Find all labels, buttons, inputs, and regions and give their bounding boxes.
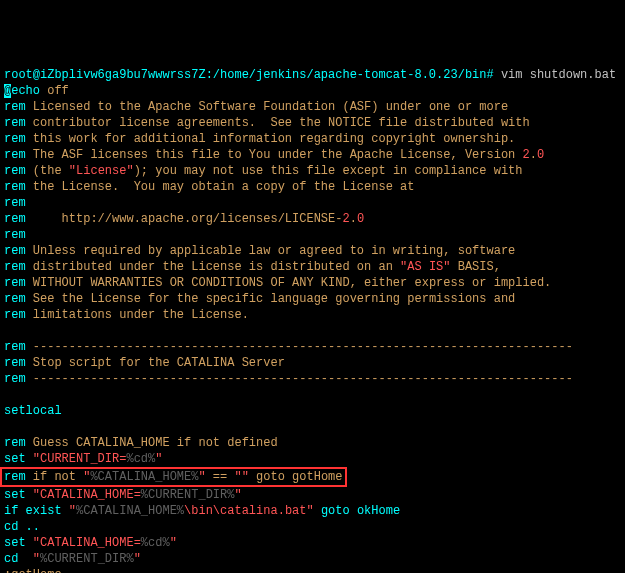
code-line: The ASF licenses this file to You under … <box>26 148 523 162</box>
code-line: rem <box>4 212 26 226</box>
terminal-output[interactable]: root@iZbplivw6ga9bu7wwwrss7Z:/home/jenki… <box>4 67 621 573</box>
code-line: "AS IS" <box>400 260 450 274</box>
code-line: "CATALINA_HOME= <box>26 536 141 550</box>
code-line: set <box>4 488 26 502</box>
code-line: rem <box>4 164 26 178</box>
code-line: rem <box>4 116 26 130</box>
code-line: %CURRENT_DIR% <box>141 488 235 502</box>
code-line: if <box>4 504 18 518</box>
code-line: WITHOUT WARRANTIES OR CONDITIONS OF ANY … <box>26 276 552 290</box>
code-line: cd <box>4 520 18 534</box>
code-line: rem <box>4 132 26 146</box>
code-line: exist <box>18 504 68 518</box>
code-line: set <box>4 452 26 466</box>
code-line: .. <box>18 520 40 534</box>
code-line: 2 <box>523 148 530 162</box>
code-line: %CURRENT_DIR% <box>40 552 134 566</box>
code-line: echo <box>11 84 40 98</box>
code-line: "License" <box>69 164 134 178</box>
code-line: off <box>40 84 69 98</box>
shell-command: vim shutdown.bat <box>501 68 616 82</box>
code-line: rem <box>4 308 26 322</box>
code-line: limitations under the License. <box>26 308 249 322</box>
code-line: rem <box>4 244 26 258</box>
code-line: %CATALINA_HOME% <box>76 504 184 518</box>
code-line: rem <box>4 148 26 162</box>
code-line: Stop script for the CATALINA Server <box>26 356 285 370</box>
code-line: rem <box>4 196 26 210</box>
code-line: http://www.apache.org/licenses/LICENSE- <box>26 212 343 226</box>
code-line: %cd% <box>141 536 170 550</box>
code-line: cd <box>4 552 18 566</box>
code-line: rem <box>4 292 26 306</box>
code-line: rem <box>4 180 26 194</box>
code-line: set <box>4 536 26 550</box>
code-line: distributed under the License is distrib… <box>26 260 400 274</box>
code-line: rem <box>4 436 26 450</box>
code-line: Licensed to the Apache Software Foundati… <box>26 100 508 114</box>
code-line: "CATALINA_HOME= <box>26 488 141 502</box>
shell-prompt: root@iZbplivw6ga9bu7wwwrss7Z:/home/jenki… <box>4 68 501 82</box>
code-line: rem <box>4 356 26 370</box>
code-line: goto okHome <box>314 504 400 518</box>
code-line: 0 <box>357 212 364 226</box>
code-line: rem <box>4 372 26 386</box>
code-line <box>18 552 32 566</box>
code-line: rem <box>4 260 26 274</box>
code-line: Unless required by applicable law or agr… <box>26 244 516 258</box>
code-line: (the <box>26 164 69 178</box>
code-line: " <box>234 488 241 502</box>
code-line: :gotHome <box>4 568 62 573</box>
code-line: this work for additional information reg… <box>26 132 516 146</box>
code-line: rem <box>4 100 26 114</box>
code-line: " <box>33 552 40 566</box>
code-line: "CURRENT_DIR= <box>26 452 127 466</box>
code-line: ----------------------------------------… <box>26 340 573 354</box>
code-line: . <box>530 148 537 162</box>
code-line: 2 <box>342 212 349 226</box>
code-line: contributor license agreements. See the … <box>26 116 530 130</box>
code-line: " <box>306 504 313 518</box>
code-line: \bin\catalina.bat <box>184 504 306 518</box>
code-line: rem <box>4 340 26 354</box>
code-line: rem <box>4 228 26 242</box>
code-line: BASIS, <box>451 260 501 274</box>
code-line: the License. You may obtain a copy of th… <box>26 180 415 194</box>
code-line: Guess CATALINA_HOME if not defined <box>26 436 278 450</box>
code-line: %cd% <box>126 452 155 466</box>
code-line: " <box>170 536 177 550</box>
code-line: See the License for the specific languag… <box>26 292 516 306</box>
highlighted-line: rem if not "%CATALINA_HOME%" == "" goto … <box>0 467 347 487</box>
code-line: setlocal <box>4 404 62 418</box>
code-line: . <box>350 212 357 226</box>
code-line: " <box>69 504 76 518</box>
code-line: " <box>155 452 162 466</box>
code-line: ); you may not use this file except in c… <box>134 164 523 178</box>
code-line: 0 <box>537 148 544 162</box>
code-line: ----------------------------------------… <box>26 372 573 386</box>
code-line: rem <box>4 276 26 290</box>
code-line: " <box>134 552 141 566</box>
